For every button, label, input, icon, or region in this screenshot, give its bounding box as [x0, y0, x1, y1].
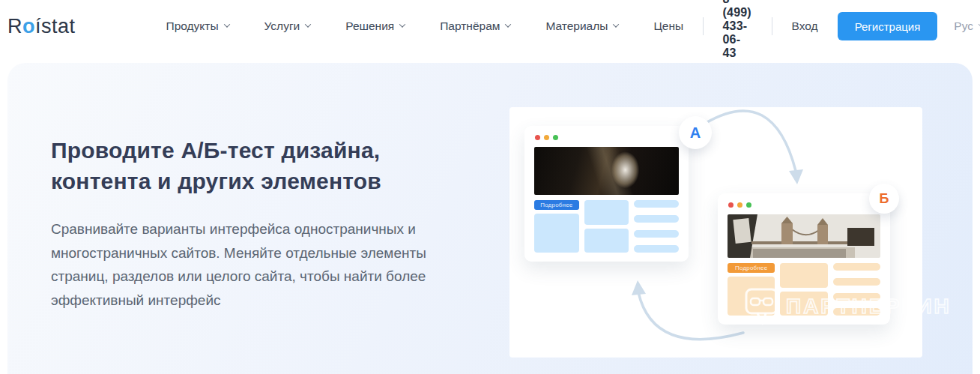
browser-window-variant-b: Подробнее	[718, 193, 890, 325]
details-button-a: Подробнее	[534, 200, 579, 210]
roistat-logo[interactable]: Roístat	[7, 15, 76, 38]
text-line-block	[634, 200, 679, 208]
content-block	[728, 277, 775, 316]
chevron-down-icon	[305, 21, 311, 27]
content-block	[780, 263, 827, 288]
nav-item-products[interactable]: Продукты	[166, 19, 229, 33]
yellow-dot-icon	[544, 135, 549, 140]
nav-label: Решения	[345, 19, 394, 33]
nav-item-solutions[interactable]: Решения	[345, 19, 405, 33]
phone-link[interactable]: 8 (499) 433-06-43	[723, 0, 753, 60]
content-block	[584, 229, 629, 253]
nav-label: Цены	[653, 19, 683, 33]
hero-title: Проводите А/Б-тест дизайна, контента и д…	[51, 135, 381, 196]
chevron-down-icon	[505, 21, 511, 27]
chevron-down-icon	[399, 21, 405, 27]
variant-b-badge: Б	[869, 184, 899, 214]
chevron-down-icon	[223, 21, 229, 27]
language-selector[interactable]: Рус	[954, 19, 980, 33]
hero-title-line2: контента и других элементов	[51, 169, 381, 193]
logo-letter: R	[7, 15, 22, 37]
nav-label: Продукты	[166, 19, 219, 33]
top-navigation: Roístat Продукты Услуги Решения Партнёра…	[0, 0, 980, 52]
nav-item-partners[interactable]: Партнёрам	[440, 19, 510, 33]
nav-item-services[interactable]: Услуги	[264, 19, 311, 33]
nav-item-materials[interactable]: Материалы	[545, 19, 618, 33]
signup-button[interactable]: Регистрация	[838, 12, 938, 40]
text-line-block	[833, 308, 880, 316]
nav-item-pricing[interactable]: Цены	[653, 19, 683, 33]
text-line-block	[634, 245, 679, 253]
red-dot-icon	[728, 202, 734, 208]
text-line-block	[634, 215, 679, 223]
hero-title-line1: Проводите А/Б-тест дизайна,	[51, 138, 380, 163]
text-line-block	[833, 293, 880, 301]
green-dot-icon	[746, 202, 751, 208]
variant-a-badge: А	[679, 116, 712, 149]
nav-label: Материалы	[545, 19, 608, 33]
text-line-block	[833, 263, 880, 271]
hero-image-variant-a	[534, 147, 679, 195]
traffic-light-dots	[535, 135, 679, 140]
nav-label: Партнёрам	[440, 19, 500, 33]
hero-section: Проводите А/Б-тест дизайна, контента и д…	[7, 63, 973, 374]
hero-image-variant-b	[728, 214, 880, 258]
wireframe-grid-b: Подробнее	[728, 263, 880, 316]
traffic-light-dots	[728, 202, 880, 208]
details-button-b: Подробнее	[728, 263, 775, 273]
language-label: Рус	[954, 19, 973, 33]
wireframe-grid-a: Подробнее	[534, 200, 679, 253]
red-dot-icon	[535, 135, 540, 140]
logo-rest: ístat	[35, 15, 76, 37]
content-block	[534, 214, 579, 253]
green-dot-icon	[553, 135, 558, 140]
browser-window-variant-a: Подробнее	[524, 126, 689, 262]
nav-label: Услуги	[264, 19, 300, 33]
content-block	[780, 292, 827, 316]
logo-o-mark: o	[22, 15, 35, 37]
chevron-down-icon	[613, 21, 619, 27]
text-line-block	[634, 230, 679, 238]
login-link[interactable]: Вход	[792, 19, 818, 33]
main-menu: Продукты Услуги Решения Партнёрам Матери…	[166, 19, 684, 33]
nav-right-group: 8 (499) 433-06-43 Вход Регистрация Рус	[683, 0, 980, 60]
tower-bridge-photo	[728, 214, 880, 258]
content-block	[584, 200, 629, 225]
hero-description: Сравнивайте варианты интерфейса одностра…	[51, 217, 435, 312]
text-line-block	[833, 278, 880, 286]
yellow-dot-icon	[737, 202, 742, 208]
